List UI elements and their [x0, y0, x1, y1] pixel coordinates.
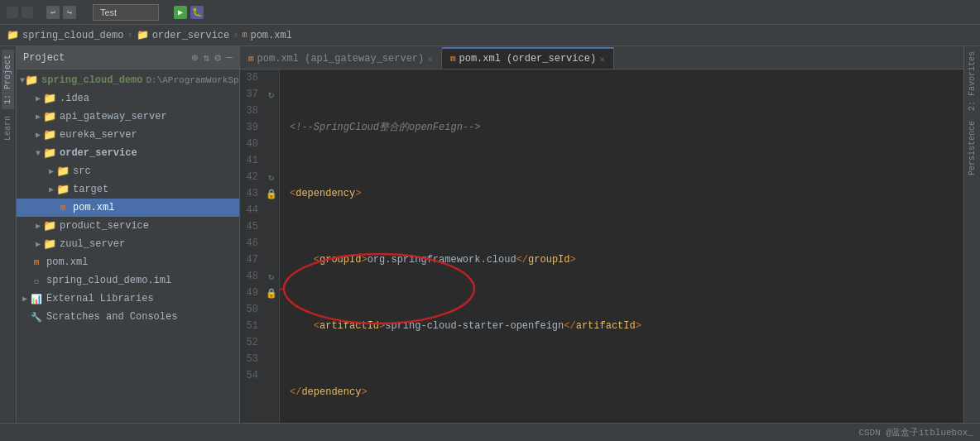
svg-line-1 — [280, 289, 284, 301]
tab-label-2: pom.xml (order_service) — [459, 53, 596, 65]
line-num-40: 40 — [240, 136, 263, 152]
line-num-39: 39 — [240, 119, 263, 136]
tag-b-40a: </ — [290, 384, 301, 400]
undo-icon[interactable]: ↩ — [46, 6, 60, 19]
breadcrumb-item-2[interactable]: order_service — [152, 30, 230, 41]
tree-item-idea[interactable]: ▶ 📁 .idea — [17, 89, 239, 108]
tree-label-order: order_service — [60, 147, 137, 159]
gutter-43[interactable]: 🔒 — [263, 185, 279, 202]
tree-item-pom-order[interactable]: m pom.xml — [17, 199, 239, 217]
project-close-icon[interactable]: — — [226, 51, 233, 64]
tag-bracket-37a: < — [290, 185, 295, 202]
gutter-51 — [263, 318, 279, 334]
tree-item-target[interactable]: ▶ 📁 target — [17, 180, 239, 199]
tag-b-39d: > — [636, 318, 641, 334]
tree-label-api: api_gateway_server — [60, 111, 167, 122]
tag-b-38c: </ — [516, 252, 528, 268]
editor-area: m pom.xml (api_gateway_server) ✕ m pom.x… — [240, 46, 963, 423]
editor-tabs: m pom.xml (api_gateway_server) ✕ m pom.x… — [240, 46, 963, 70]
line-num-42: 42 — [240, 169, 263, 185]
code-content[interactable]: <!--SpringCloud整合的openFeign--> <dependen… — [280, 70, 963, 423]
line-num-41: 41 — [240, 152, 263, 169]
tree-item-ext-libs[interactable]: ▶ 📊 External Libraries — [17, 290, 239, 308]
tree-label-pom-order: pom.xml — [73, 202, 114, 213]
breadcrumb-item-1[interactable]: spring_cloud_demo — [22, 30, 123, 41]
tree-item-api-gateway[interactable]: ▶ 📁 api_gateway_server — [17, 108, 239, 126]
tree-arrow-product: ▶ — [33, 221, 43, 231]
tree-item-root[interactable]: ▼ 📁 spring_cloud_demo D:\AProgramWorkSpa… — [17, 71, 239, 89]
indent-38 — [290, 252, 314, 268]
xml-icon-pom: m — [56, 202, 70, 213]
gutter-46 — [263, 235, 279, 252]
tab-order-service[interactable]: m pom.xml (order_service) ✕ — [442, 47, 614, 69]
xml-icon-pom-root: m — [30, 256, 43, 268]
tree-item-iml[interactable]: ◽ spring_cloud_demo.iml — [17, 271, 239, 290]
gutter-42[interactable]: ↻ — [263, 169, 279, 185]
tree-arrow-eureka: ▶ — [33, 130, 43, 140]
gutter-47 — [263, 252, 279, 268]
tab-xml-icon-1: m — [248, 54, 254, 64]
tree-label-product: product_service — [60, 220, 149, 232]
project-collapse-icon[interactable]: ⇅ — [204, 51, 210, 65]
tag-b-38b: > — [361, 252, 367, 268]
tab-close-2[interactable]: ✕ — [599, 54, 605, 65]
bottom-bar: CSDN @蓝盒子itbluebox_ — [0, 423, 980, 441]
tag-39: artifactId — [319, 318, 379, 334]
folder-icon-target: 📁 — [56, 184, 70, 195]
tree-item-src[interactable]: ▶ 📁 src — [17, 162, 239, 180]
tree-item-eureka[interactable]: ▶ 📁 eureka_server — [17, 126, 239, 144]
code-line-38: <groupId>org.springframework.cloud</grou… — [290, 252, 954, 268]
search-input[interactable] — [93, 4, 159, 21]
tree-arrow-target: ▶ — [46, 185, 56, 194]
line-num-44: 44 — [240, 202, 263, 218]
code-line-40: </dependency> — [290, 384, 954, 400]
line-num-47: 47 — [240, 252, 263, 268]
line-num-48: 48 — [240, 268, 263, 285]
breadcrumb-item-3[interactable]: pom.xml — [250, 30, 291, 41]
project-add-icon[interactable]: ⊕ — [192, 51, 199, 65]
breadcrumb-icon-2: 📁 — [137, 29, 149, 41]
gutter-52 — [263, 334, 279, 351]
indent-39 — [290, 318, 314, 334]
tree-item-zuul[interactable]: ▶ 📁 zuul_server — [17, 235, 239, 253]
tree-item-scratches[interactable]: 🔧 Scratches and Consoles — [17, 308, 239, 326]
tag-b-39a: < — [314, 318, 319, 334]
line-num-49: 49 — [240, 285, 263, 301]
side-tab-persistence[interactable]: Persistence — [966, 116, 978, 180]
toolbar-icons: ↩ ↪ ▶ 🐛 — [7, 4, 204, 21]
tree-label-src: src — [73, 165, 91, 177]
tree-item-pom-root[interactable]: m pom.xml — [17, 253, 239, 271]
redo-icon[interactable]: ↪ — [63, 6, 76, 19]
tag-b-38d: > — [570, 252, 576, 268]
side-tab-favorites[interactable]: 2: Favorites — [966, 46, 978, 116]
gutter-37[interactable]: ↻ — [263, 86, 279, 103]
tree-item-product[interactable]: ▶ 📁 product_service — [17, 217, 239, 235]
debug-icon[interactable]: 🐛 — [190, 6, 204, 19]
breadcrumb-sep-2: › — [233, 30, 238, 41]
tree-label-root: spring_cloud_demo — [41, 74, 142, 86]
gutter-48[interactable]: ↻ — [263, 268, 279, 285]
toolbar-icon-2[interactable] — [22, 7, 33, 18]
run-icon[interactable]: ▶ — [174, 6, 187, 19]
tree-label-target: target — [73, 184, 108, 195]
top-toolbar: ↩ ↪ ▶ 🐛 — [0, 0, 980, 25]
side-tabs-left: 1: Project Learn — [0, 46, 17, 423]
tab-close-1[interactable]: ✕ — [427, 54, 433, 65]
gutter-49[interactable]: 🔒 — [263, 285, 279, 301]
gutter-39 — [263, 119, 279, 136]
project-settings-icon[interactable]: ⚙ — [214, 51, 221, 65]
side-tab-learn[interactable]: Learn — [2, 111, 14, 146]
tree-arrow-src: ▶ — [46, 166, 56, 176]
toolbar-icon-1[interactable] — [7, 7, 18, 18]
tree-arrow-idea: ▶ — [33, 93, 43, 103]
tab-api-gateway[interactable]: m pom.xml (api_gateway_server) ✕ — [240, 47, 442, 69]
project-header-icons: ⊕ ⇅ ⚙ — — [192, 51, 233, 65]
side-tab-project[interactable]: 1: Project — [2, 50, 14, 109]
tree-item-order-service[interactable]: ▼ 📁 order_service — [17, 144, 239, 162]
line-num-50: 50 — [240, 301, 263, 318]
project-panel-title: Project — [23, 52, 192, 64]
main-area: 1: Project Learn Project ⊕ ⇅ ⚙ — ▼ 📁 spr… — [0, 46, 980, 423]
tag-40: dependency — [301, 384, 361, 400]
tag-b-39c: </ — [564, 318, 575, 334]
gutter-41 — [263, 152, 279, 169]
